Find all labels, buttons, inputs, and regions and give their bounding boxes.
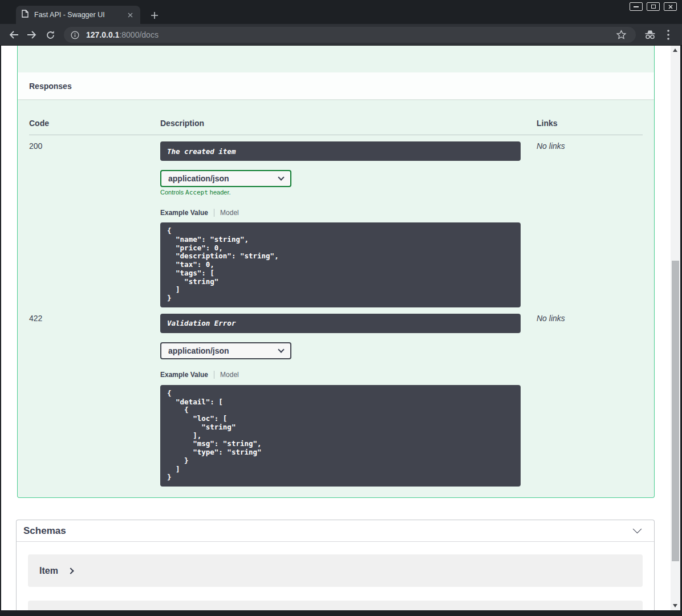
browser-toolbar: 127.0.0.1:8000/docs <box>0 24 682 46</box>
schemas-title: Schemas <box>23 525 66 537</box>
schema-item-card[interactable]: Item <box>28 554 643 587</box>
chevron-right-icon <box>67 568 74 574</box>
example-model-tabs: Example Value Model <box>160 371 537 379</box>
page-viewport: Responses Code Description Links 200 The… <box>1 46 680 610</box>
browser-tab[interactable]: Fast API - Swagger UI <box>16 6 140 24</box>
minimize-button[interactable] <box>630 2 643 11</box>
bookmark-star-icon[interactable] <box>616 30 627 40</box>
response-description-200: The created item application/json Contro… <box>160 135 537 307</box>
response-links-200: No links <box>537 135 643 307</box>
column-header-description: Description <box>160 111 537 135</box>
schemas-header[interactable]: Schemas <box>17 520 654 542</box>
page-favicon-icon <box>22 10 29 20</box>
tab-close-icon[interactable] <box>125 10 135 19</box>
site-info-icon[interactable] <box>71 31 79 39</box>
maximize-button[interactable] <box>647 2 660 11</box>
schema-validationerror-card[interactable]: ValidationError <box>28 601 643 610</box>
tab-example-value[interactable]: Example Value <box>160 371 208 379</box>
reload-button[interactable] <box>44 29 56 40</box>
window-controls <box>630 2 677 11</box>
back-button[interactable] <box>7 29 20 40</box>
accept-header-note: Controls Accept header. <box>160 189 537 197</box>
forward-button[interactable] <box>26 29 38 40</box>
tab-model[interactable]: Model <box>220 209 239 217</box>
page-scrollbar[interactable] <box>671 46 680 610</box>
titlebar: Fast API - Swagger UI <box>0 0 682 24</box>
chevron-down-icon[interactable] <box>633 525 642 534</box>
chevron-down-icon <box>278 174 284 180</box>
response-links-422: No links <box>537 307 643 487</box>
tab-separator <box>214 371 214 379</box>
schemas-models: Item ValidationError <box>17 542 654 610</box>
browser-window: Fast API - Swagger UI <box>0 0 682 616</box>
media-type-select-200[interactable]: application/json <box>160 170 291 187</box>
example-model-tabs: Example Value Model <box>160 208 537 217</box>
media-type-select-422[interactable]: application/json <box>160 342 291 359</box>
address-bar[interactable]: 127.0.0.1:8000/docs <box>64 27 636 43</box>
browser-menu-icon[interactable] <box>661 29 675 41</box>
responses-table: Code Description Links 200 The created i… <box>18 99 654 497</box>
response-code-200: 200 <box>29 135 160 307</box>
responses-section-header: Responses <box>18 72 654 99</box>
tab-title: Fast API - Swagger UI <box>34 11 125 19</box>
schemas-section: Schemas Item ValidationError <box>16 520 655 610</box>
response-description-box: The created item <box>160 141 521 161</box>
example-json-200: { "name": "string", "price": 0, "descrip… <box>160 222 521 307</box>
column-header-code: Code <box>29 111 160 135</box>
endpoint-panel-spacer <box>18 46 654 72</box>
response-description-422: Validation Error application/json Exampl… <box>160 307 537 487</box>
response-description-box: Validation Error <box>160 314 521 333</box>
tab-example-value[interactable]: Example Value <box>160 209 208 217</box>
scrollbar-thumb[interactable] <box>672 261 679 561</box>
url-host: 127.0.0.1 <box>86 30 119 39</box>
tab-model[interactable]: Model <box>220 371 239 379</box>
example-json-422: { "detail": [ { "loc": [ "string" ], "ms… <box>160 385 521 487</box>
close-button[interactable] <box>664 2 677 11</box>
response-code-422: 422 <box>29 307 160 487</box>
incognito-icon <box>643 29 657 41</box>
new-tab-button[interactable] <box>147 8 162 23</box>
endpoint-panel: Responses Code Description Links 200 The… <box>17 46 655 498</box>
swagger-content: Responses Code Description Links 200 The… <box>1 46 671 610</box>
scroll-down-arrow-icon[interactable] <box>673 604 677 607</box>
url-path: :8000/docs <box>119 30 159 39</box>
chevron-down-icon <box>278 346 284 352</box>
column-header-links: Links <box>537 111 643 135</box>
url-text: 127.0.0.1:8000/docs <box>86 30 616 39</box>
responses-title: Responses <box>29 82 72 91</box>
tab-separator <box>214 209 214 217</box>
scroll-up-arrow-icon[interactable] <box>673 48 677 52</box>
